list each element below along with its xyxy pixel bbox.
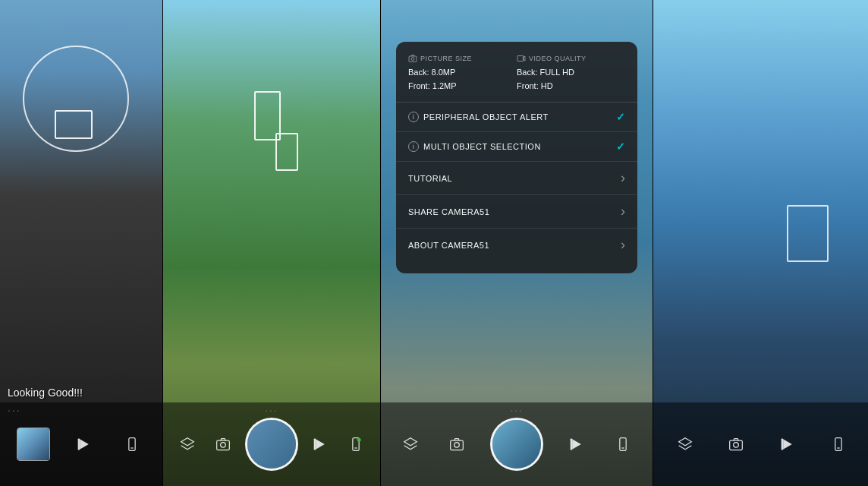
- share-label: SHARE CAMERA51: [408, 207, 489, 216]
- video-toggle-p1[interactable]: [71, 431, 98, 458]
- face-detection-rect: [55, 110, 93, 139]
- layers-btn-p2[interactable]: [174, 431, 201, 458]
- multi-object-checkmark: ✓: [616, 140, 625, 153]
- layers-btn-p3[interactable]: [397, 431, 424, 458]
- phone-svg-p3: [615, 437, 631, 452]
- svg-rect-27: [781, 439, 783, 450]
- layers-icon-p2: [180, 437, 195, 452]
- video-quality-back: Back: FULL HD: [517, 66, 625, 80]
- video-svg-p4: [780, 437, 795, 452]
- svg-rect-20: [570, 439, 572, 450]
- svg-marker-15: [524, 56, 526, 61]
- marina-detection-rect: [787, 205, 829, 262]
- video-icon-p2[interactable]: [307, 431, 334, 458]
- info-icon-peripheral[interactable]: i: [408, 112, 419, 122]
- picture-size-back: Back: 8.0MP: [408, 66, 517, 80]
- video-icon-header: [517, 54, 526, 63]
- settings-row-multi-object[interactable]: i MULTI OBJECT SELECTION ✓: [396, 132, 637, 162]
- flowers-panel: ...: [163, 0, 380, 486]
- picture-size-col: PICTURE SIZE Back: 8.0MP Front: 1.2MP: [408, 54, 517, 93]
- svg-marker-0: [80, 439, 89, 449]
- phone-btn-p4[interactable]: [825, 431, 852, 458]
- marina-panel: [653, 0, 868, 486]
- svg-marker-4: [181, 438, 193, 446]
- phone-svg-p1: [124, 437, 140, 452]
- thumbnail-image-p1: [17, 428, 49, 460]
- bottom-bar-p2: [163, 402, 380, 486]
- camera-icon-header: [408, 54, 417, 63]
- svg-rect-8: [314, 439, 316, 450]
- svg-point-13: [411, 58, 414, 61]
- camera-svg-p2: [215, 437, 231, 452]
- settings-panel-container: PICTURE SIZE Back: 8.0MP Front: 1.2MP VI…: [381, 0, 653, 486]
- bottom-bar-p3: [381, 402, 653, 486]
- camera-btn-p4[interactable]: [722, 431, 750, 458]
- svg-marker-16: [404, 438, 417, 446]
- flower-detection-rect-2: [275, 133, 298, 171]
- layers-icon-p3: [403, 437, 418, 452]
- about-label: ABOUT CAMERA51: [408, 241, 489, 250]
- settings-row-share[interactable]: SHARE CAMERA51 ›: [396, 195, 637, 229]
- tutorial-label: TUTORIAL: [408, 174, 452, 183]
- video-icon-p1: [77, 437, 92, 452]
- svg-point-11: [357, 438, 361, 442]
- svg-marker-26: [783, 439, 792, 449]
- camera-btn-p3[interactable]: [443, 431, 470, 458]
- settings-overlay: PICTURE SIZE Back: 8.0MP Front: 1.2MP VI…: [396, 42, 637, 273]
- bottom-bar-p4: [653, 402, 868, 486]
- settings-row-tutorial[interactable]: TUTORIAL ›: [396, 162, 637, 195]
- svg-marker-7: [316, 439, 325, 449]
- bottom-bar-p1: [0, 402, 162, 486]
- svg-rect-2: [129, 438, 135, 451]
- thumbnail-p1[interactable]: [17, 428, 50, 461]
- video-quality-title: VIDEO QUALITY: [517, 54, 625, 63]
- phone-svg-p2: [348, 437, 363, 452]
- camera-icon-p2[interactable]: [209, 431, 237, 458]
- info-icon-multi[interactable]: i: [408, 141, 419, 152]
- svg-point-6: [220, 443, 225, 448]
- picture-size-title: PICTURE SIZE: [408, 54, 517, 63]
- peripheral-checkmark: ✓: [616, 111, 625, 123]
- camera-svg-p3: [449, 437, 464, 452]
- picture-size-front: Front: 1.2MP: [408, 80, 517, 93]
- layers-icon-p4: [678, 437, 693, 452]
- about-chevron: ›: [621, 237, 625, 253]
- svg-marker-23: [678, 438, 691, 446]
- phone-icon-p1[interactable]: [118, 431, 146, 458]
- svg-rect-21: [620, 438, 626, 451]
- settings-header: PICTURE SIZE Back: 8.0MP Front: 1.2MP VI…: [396, 54, 637, 103]
- phone-btn-p3[interactable]: [609, 431, 637, 458]
- camera-svg-p4: [728, 437, 744, 452]
- settings-row-about[interactable]: ABOUT CAMERA51 ›: [396, 229, 637, 261]
- svg-rect-1: [78, 439, 80, 450]
- layers-btn-p4[interactable]: [671, 431, 699, 458]
- video-svg-p3: [569, 437, 584, 452]
- video-btn-p3[interactable]: [563, 431, 590, 458]
- svg-rect-28: [835, 438, 841, 451]
- video-svg-p2: [313, 437, 328, 452]
- svg-point-25: [734, 443, 739, 448]
- svg-rect-14: [517, 56, 524, 62]
- shutter-preview-p3: [492, 420, 541, 469]
- phone-btn-p2[interactable]: [342, 431, 370, 458]
- looking-good-label: Looking Good!!!: [8, 387, 83, 399]
- phone-svg-p4: [831, 437, 846, 452]
- tutorial-chevron: ›: [621, 170, 625, 186]
- svg-marker-19: [572, 439, 581, 449]
- video-quality-front: Front: HD: [517, 80, 625, 93]
- multi-object-label: i MULTI OBJECT SELECTION: [408, 141, 541, 152]
- shutter-preview-p2: [247, 420, 296, 469]
- video-quality-col: VIDEO QUALITY Back: FULL HD Front: HD: [517, 54, 625, 93]
- svg-point-18: [454, 443, 460, 448]
- video-btn-p4[interactable]: [774, 431, 801, 458]
- portrait-panel: Looking Good!!! ...: [0, 0, 162, 486]
- peripheral-label: i PERIPHERAL OBJECT ALERT: [408, 112, 549, 122]
- shutter-btn-p2[interactable]: [245, 418, 298, 471]
- settings-row-peripheral[interactable]: i PERIPHERAL OBJECT ALERT ✓: [396, 103, 637, 132]
- shutter-btn-p3[interactable]: [490, 418, 543, 471]
- share-chevron: ›: [621, 204, 625, 219]
